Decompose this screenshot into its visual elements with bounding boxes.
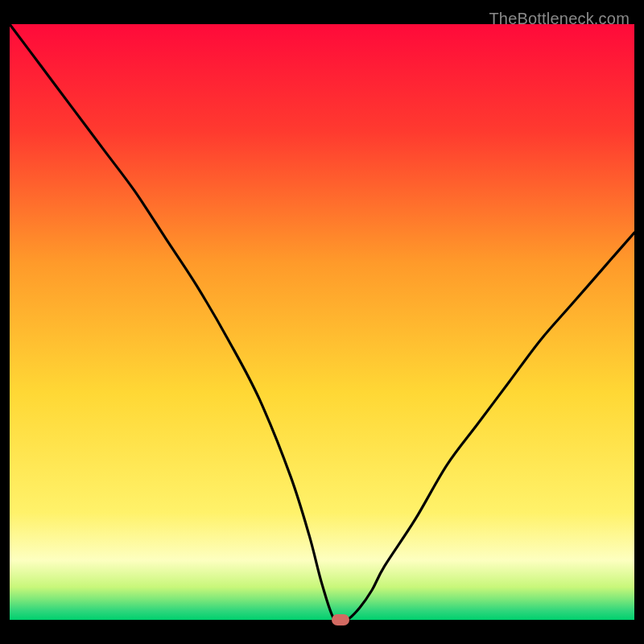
plot-area: [10, 24, 634, 620]
bottleneck-curve: [10, 24, 634, 620]
chart-frame: TheBottleneck.com: [10, 10, 634, 634]
optimum-marker: [332, 614, 349, 625]
curve-layer: [10, 24, 634, 620]
